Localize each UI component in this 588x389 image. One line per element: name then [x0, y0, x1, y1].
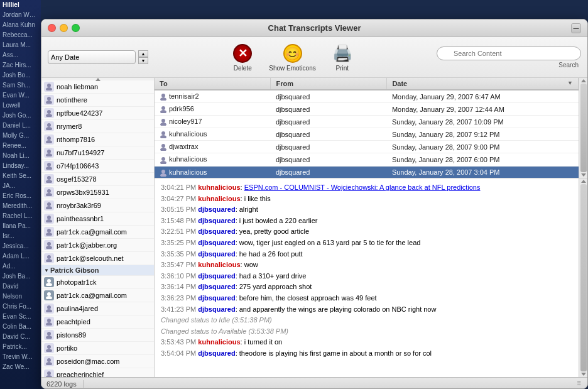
buddy-item[interactable]: Meredith... [0, 201, 41, 211]
table-row[interactable]: kuhnaliciousdjbsquaredSunday, January 28… [155, 128, 579, 141]
buddy-item[interactable]: Rachel L... [0, 211, 41, 221]
buddy-item[interactable]: Chris Fo... [0, 302, 41, 312]
contact-item[interactable]: patr1ck.ca@gmail.com [41, 289, 154, 302]
contact-item[interactable]: nroybr3ak3r69 [41, 199, 154, 212]
svg-point-36 [47, 332, 51, 336]
contact-item[interactable]: pistons89 [41, 329, 154, 342]
svg-point-28 [47, 279, 51, 283]
table-row[interactable]: tennisair2djbsquaredMonday, January 29, … [155, 90, 579, 103]
contact-item[interactable]: poseidon@mac.com [41, 355, 154, 368]
contact-item[interactable]: patr1ck@jabber.org [41, 239, 154, 252]
contact-item[interactable]: portiko [41, 342, 154, 355]
buddy-item[interactable]: Jordan Weiss [0, 10, 41, 20]
buddy-item[interactable]: Lindsay... [0, 161, 41, 171]
resize-handle[interactable]: ⠿ [575, 380, 582, 388]
buddy-item[interactable]: Isr... [0, 231, 41, 241]
buddy-item[interactable]: Josh Ba... [0, 271, 41, 282]
message-link[interactable]: ESPN.com - COLUMNIST - Wojciechowski: A … [244, 184, 481, 191]
scroll-down-button[interactable] [581, 173, 586, 177]
buddy-item[interactable]: Evan Sc... [0, 312, 41, 322]
buddy-item[interactable]: Ass... [0, 50, 41, 60]
table-row[interactable]: kuhnaliciousdjbsquaredSunday, January 28… [155, 153, 579, 166]
buddy-item[interactable]: Zac We... [0, 362, 41, 372]
table-row[interactable]: kuhnaliciousdjbsquaredSunday, January 28… [155, 166, 579, 178]
contact-item[interactable]: paintheassnbr1 [41, 212, 154, 226]
buddy-item[interactable]: Evan W... [0, 90, 41, 101]
contact-item[interactable]: o7t4fp106643 [41, 160, 154, 173]
date-dropdown[interactable]: Any Date [48, 50, 136, 64]
status-divider [83, 380, 84, 388]
contact-group-header[interactable]: ▼ Patrick Gibson [41, 265, 154, 276]
maximize-button[interactable] [72, 24, 80, 32]
table-row[interactable]: pdrk956djbsquaredMonday, January 29, 200… [155, 103, 579, 116]
search-input[interactable] [437, 47, 581, 60]
buddy-item[interactable]: Hilliel [0, 0, 41, 10]
buddy-item[interactable]: Ilana Pa... [0, 221, 41, 231]
buddy-item[interactable]: Patrick... [0, 342, 41, 352]
buddy-item[interactable]: Trevin W... [0, 352, 41, 362]
transcript-area[interactable]: 3:04:21 PM kuhnalicious: ESPN.com - COLU… [155, 178, 579, 377]
show-emoticons-button[interactable]: 😊 Show Emoticons [264, 41, 320, 74]
buddy-item[interactable]: JA... [0, 181, 41, 191]
svg-point-0 [47, 84, 51, 87]
buddy-item[interactable]: Rebecca... [0, 30, 41, 40]
message-time: 3:36:23 PM [161, 294, 198, 302]
transcript-scroll-up-button[interactable] [581, 180, 586, 183]
minimize-button[interactable] [60, 24, 68, 32]
contact-item[interactable]: preacherinchief [41, 368, 154, 377]
buddy-item[interactable]: Noah Li... [0, 151, 41, 161]
contact-item[interactable]: nu7bf7u194927 [41, 146, 154, 160]
contact-item[interactable]: noah liebman [41, 80, 154, 94]
contact-item[interactable]: photopatr1ck [41, 276, 154, 289]
buddy-item[interactable]: Molly G... [0, 131, 41, 141]
buddy-item[interactable]: Zac Hirs... [0, 60, 41, 70]
collapse-button[interactable]: — [571, 23, 581, 33]
buddy-item[interactable]: Adam L... [0, 251, 41, 261]
scroll-thumb[interactable] [580, 84, 587, 172]
contact-item[interactable]: notinthere [41, 94, 154, 107]
buddy-item[interactable]: Ad... [0, 261, 41, 271]
contact-item[interactable]: nthomp7816 [41, 133, 154, 146]
date-down-button[interactable]: ▼ [138, 57, 148, 64]
contact-item[interactable]: orpws3bx915931 [41, 186, 154, 199]
contact-item[interactable]: osgef153278 [41, 173, 154, 186]
transcript-line: 3:36:14 PM djbsquared: 275 yard approach… [161, 282, 572, 293]
buddy-item[interactable]: Nelson [0, 292, 41, 302]
contact-item[interactable]: peachtpied [41, 315, 154, 329]
buddy-item[interactable]: Josh Go... [0, 111, 41, 121]
buddy-item[interactable]: Laura M... [0, 40, 41, 50]
contact-item[interactable]: nptfbue424237 [41, 107, 154, 120]
transcript-scroll-down-button[interactable] [581, 373, 586, 376]
contact-item[interactable]: paulina4jared [41, 302, 154, 315]
buddy-item[interactable]: Jessica... [0, 241, 41, 251]
buddy-item[interactable]: David [0, 282, 41, 292]
date-up-button[interactable]: ▲ [138, 50, 148, 57]
message-time: 3:36:10 PM [161, 272, 198, 280]
buddy-item[interactable]: Daniel L... [0, 121, 41, 131]
contact-item[interactable]: patr1ck@selcouth.net [41, 252, 154, 265]
contact-avatar [44, 356, 54, 366]
buddy-item[interactable]: Keith Se... [0, 171, 41, 181]
message-table-scroll[interactable]: To From Date ▼ [155, 78, 579, 178]
contact-avatar [44, 277, 54, 287]
buddy-item[interactable]: Sam Sh... [0, 80, 41, 90]
buddy-item[interactable]: Colin Ba... [0, 322, 41, 332]
svg-point-56 [161, 119, 165, 123]
svg-point-57 [160, 123, 166, 126]
buddy-item[interactable]: Lowell [0, 101, 41, 111]
buddy-item[interactable]: Josh Bo... [0, 70, 41, 80]
transcript-scroll-thumb[interactable] [580, 184, 587, 371]
scroll-up-button[interactable] [581, 79, 586, 82]
buddy-item[interactable]: David C... [0, 332, 41, 342]
table-row[interactable]: djwaxtraxdjbsquaredSunday, January 28, 2… [155, 141, 579, 153]
contact-item[interactable]: nrymer8 [41, 120, 154, 133]
buddy-item[interactable]: Alana Kuhn [0, 20, 41, 30]
message-sender: djbsquared [198, 205, 235, 213]
buddy-item[interactable]: Eric Ros... [0, 191, 41, 201]
close-button[interactable] [48, 24, 56, 32]
delete-button[interactable]: ✕ Delete [227, 41, 258, 74]
contact-item[interactable]: patr1ck.ca@gmail.com [41, 226, 154, 239]
table-row[interactable]: nicoley917djbsquaredSunday, January 28, … [155, 116, 579, 128]
buddy-item[interactable]: Renee... [0, 141, 41, 151]
print-button[interactable]: 🖨️ Print [327, 41, 357, 74]
